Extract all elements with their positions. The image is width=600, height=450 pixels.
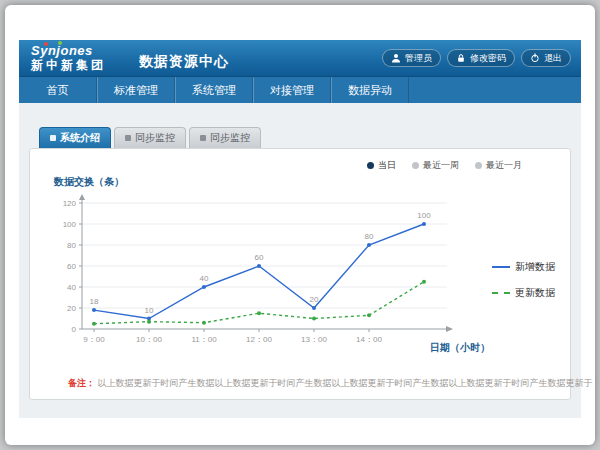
tab-label: 同步监控 (135, 131, 175, 145)
nav-item-data-change[interactable]: 数据异动 (331, 77, 409, 103)
logout-button[interactable]: 退出 (521, 49, 571, 67)
svg-text:14：00: 14：00 (356, 335, 382, 344)
period-option-last-week[interactable]: 最近一周 (412, 159, 459, 172)
svg-text:80: 80 (365, 232, 374, 241)
page-title: 数据资源中心 (139, 53, 229, 76)
period-option-today[interactable]: 当日 (367, 159, 396, 172)
period-label: 最近一月 (486, 159, 522, 172)
admin-user-label: 管理员 (405, 52, 432, 65)
svg-text:20: 20 (310, 295, 319, 304)
admin-user-button[interactable]: 管理员 (382, 49, 441, 67)
footnote-label: 备注： (68, 378, 95, 388)
svg-text:120: 120 (63, 199, 77, 208)
app-window: Synjones 新中新集团 数据资源中心 (19, 40, 581, 418)
svg-text:40: 40 (200, 274, 209, 283)
logo-text: Synjones (31, 43, 93, 58)
logo-wordmark: Synjones (31, 44, 127, 58)
change-password-button[interactable]: 修改密码 (447, 49, 515, 67)
period-label: 最近一周 (423, 159, 459, 172)
logout-label: 退出 (544, 52, 562, 65)
lock-icon (456, 53, 466, 63)
legend-item-update-data: 更新数据 (492, 286, 558, 300)
header-user-actions: 管理员 修改密码 (382, 40, 571, 76)
nav-item-standard-mgmt[interactable]: 标准管理 (97, 77, 175, 103)
tab-sync-monitor-2[interactable]: 同步监控 (189, 127, 261, 148)
tab-label: 同步监控 (210, 131, 250, 145)
tab-icon (125, 135, 131, 141)
svg-text:0: 0 (72, 325, 77, 334)
desktop-background: Synjones 新中新集团 数据资源中心 (0, 0, 600, 450)
y-axis-title: 数据交换（条） (54, 175, 558, 189)
chart-panel: 当日 最近一周 最近一月 数据交换（条） 0204060801 (29, 148, 571, 400)
legend-label: 更新数据 (515, 286, 555, 300)
main-nav: 首页 标准管理 系统管理 对接管理 数据异动 (19, 77, 581, 103)
svg-text:9：00: 9：00 (83, 335, 105, 344)
footnote-text: 以上数据更新于时间产生数据以上数据更新于时间产生数据以上数据更新于时间产生数据以… (98, 378, 593, 388)
chart-row: 0204060801001209：0010：0011：0012：0013：001… (42, 191, 558, 369)
green-dashed-line-icon (492, 292, 510, 294)
svg-text:10：00: 10：00 (136, 335, 162, 344)
svg-text:13：00: 13：00 (301, 335, 327, 344)
company-logo: Synjones 新中新集团 (19, 40, 127, 76)
tab-label: 系统介绍 (60, 131, 100, 145)
footnote: 备注： 以上数据更新于时间产生数据以上数据更新于时间产生数据以上数据更新于时间产… (68, 377, 558, 389)
svg-text:20: 20 (67, 304, 76, 313)
svg-text:80: 80 (67, 241, 76, 250)
nav-item-home[interactable]: 首页 (19, 77, 97, 103)
blue-line-icon (492, 266, 510, 268)
power-icon (530, 53, 540, 63)
nav-item-system-mgmt[interactable]: 系统管理 (175, 77, 253, 103)
svg-text:60: 60 (255, 253, 264, 262)
app-header: Synjones 新中新集团 数据资源中心 (19, 40, 581, 77)
legend-label: 新增数据 (515, 260, 555, 274)
period-option-last-month[interactable]: 最近一月 (475, 159, 522, 172)
period-label: 当日 (378, 159, 396, 172)
svg-text:100: 100 (63, 220, 77, 229)
tab-system-intro[interactable]: 系统介绍 (39, 127, 111, 148)
radio-dot-icon (475, 162, 482, 169)
radio-dot-icon (367, 162, 374, 169)
line-chart: 0204060801001209：0010：0011：0012：0013：001… (42, 191, 492, 369)
tab-bar: 系统介绍 同步监控 同步监控 (39, 127, 571, 148)
svg-text:40: 40 (67, 283, 76, 292)
svg-text:11：00: 11：00 (191, 335, 217, 344)
svg-text:10: 10 (145, 306, 154, 315)
period-selector: 当日 最近一周 最近一月 (42, 157, 558, 173)
logo-dot-green-icon (58, 41, 62, 45)
logo-company-name: 新中新集团 (31, 58, 127, 73)
tab-sync-monitor-1[interactable]: 同步监控 (114, 127, 186, 148)
user-icon (391, 53, 401, 63)
svg-text:18: 18 (90, 297, 99, 306)
nav-item-docking-mgmt[interactable]: 对接管理 (253, 77, 331, 103)
logo-dot-red-icon (44, 42, 48, 46)
tab-icon (50, 135, 56, 141)
svg-text:100: 100 (417, 211, 431, 220)
legend-item-new-data: 新增数据 (492, 260, 558, 274)
tab-icon (200, 135, 206, 141)
svg-text:日期（小时）: 日期（小时） (430, 342, 490, 353)
svg-text:12：00: 12：00 (246, 335, 272, 344)
svg-text:60: 60 (67, 262, 76, 271)
browser-page: Synjones 新中新集团 数据资源中心 (5, 5, 595, 445)
series-legend: 新增数据 更新数据 (492, 260, 558, 300)
radio-dot-icon (412, 162, 419, 169)
change-password-label: 修改密码 (470, 52, 506, 65)
content-area: 系统介绍 同步监控 同步监控 当日 (19, 103, 581, 418)
